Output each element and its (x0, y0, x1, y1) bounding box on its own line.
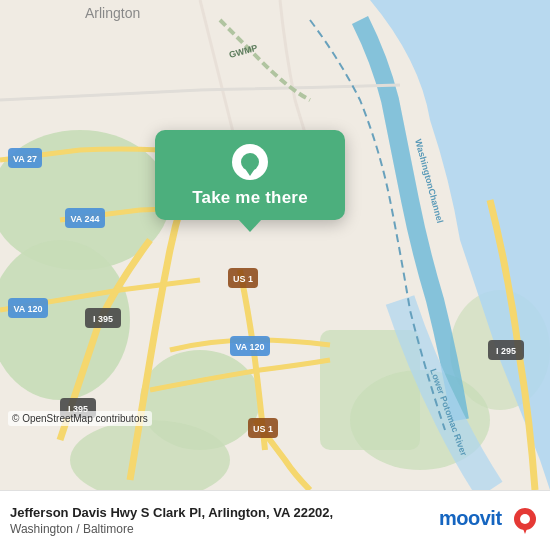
svg-text:VA 244: VA 244 (70, 214, 99, 224)
svg-text:moovit: moovit (439, 507, 502, 529)
footer-bar: Jefferson Davis Hwy S Clark Pl, Arlingto… (0, 490, 550, 550)
footer-address-block: Jefferson Davis Hwy S Clark Pl, Arlingto… (10, 505, 333, 536)
take-me-there-button[interactable]: Take me there (155, 130, 345, 220)
logo-text: moovit (439, 503, 511, 538)
moovit-logo: moovit (439, 503, 536, 538)
address-text: Jefferson Davis Hwy S Clark Pl, Arlingto… (10, 505, 333, 520)
region-text: Washington / Baltimore (10, 522, 333, 536)
svg-point-32 (520, 514, 530, 524)
moovit-logo-icon (514, 508, 536, 534)
map-container: VA 27 VA 120 VA 244 I 395 I 395 US 1 US … (0, 0, 550, 490)
svg-text:VA 27: VA 27 (13, 154, 37, 164)
svg-text:VA 120: VA 120 (13, 304, 42, 314)
svg-text:US 1: US 1 (253, 424, 273, 434)
callout-label: Take me there (192, 188, 308, 208)
location-pin-icon (232, 144, 268, 180)
svg-text:US 1: US 1 (233, 274, 253, 284)
svg-text:I 295: I 295 (496, 346, 516, 356)
svg-text:VA 120: VA 120 (235, 342, 264, 352)
svg-text:Arlington: Arlington (85, 5, 140, 21)
svg-marker-33 (522, 526, 528, 534)
osm-attribution: © OpenStreetMap contributors (8, 411, 152, 426)
svg-text:I 395: I 395 (93, 314, 113, 324)
